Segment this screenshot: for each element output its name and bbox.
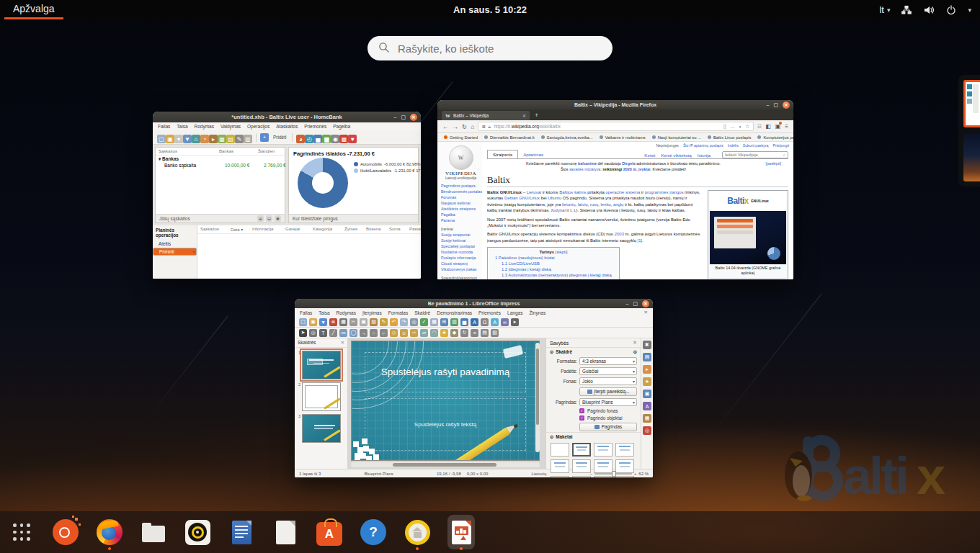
save-file-icon[interactable]: ▼ (183, 135, 192, 143)
page-actions-icon[interactable]: … (730, 124, 735, 130)
collapse-icon[interactable]: ⊙ (550, 349, 553, 354)
clone-formatting-icon[interactable]: ✎ (380, 318, 388, 326)
bookmark-item[interactable]: Dienraštis Bernardinai.lt (484, 135, 535, 140)
ledger-icon[interactable]: ▥ (244, 135, 252, 143)
user-link[interactable]: Sukurti paskyrą (743, 143, 769, 148)
orientation-select[interactable]: Gulsčiai (579, 367, 637, 375)
layout-thumbnail[interactable] (551, 459, 569, 473)
menu-item[interactable]: Rodymas (337, 310, 356, 315)
maximize-icon[interactable]: ▢ (773, 102, 778, 107)
close-icon[interactable]: ✕ (410, 114, 417, 121)
wiki-link[interactable]: savaitės iniciatyva (569, 167, 600, 171)
expand-icon[interactable]: ⊞ (257, 215, 264, 222)
insert-symbol-icon[interactable]: Ω (481, 318, 489, 326)
styles-icon[interactable]: A (643, 402, 651, 410)
layout-thumbnail[interactable] (572, 476, 591, 477)
action-history[interactable]: Istorija (698, 153, 710, 158)
wiki-link[interactable]: 2020 m. įvykiai (623, 167, 651, 171)
tab-article[interactable]: Straipsnis (487, 150, 518, 158)
chevron-down-icon[interactable]: ▾ (968, 6, 971, 14)
menu-item[interactable]: Demonstravimas (437, 310, 472, 315)
navigator-icon[interactable]: ◎ (643, 426, 651, 435)
open-file-icon[interactable]: ▣ (166, 135, 174, 143)
sidebar-link[interactable]: Naujausi keitimai (441, 200, 481, 206)
layout-thumbnail[interactable] (594, 443, 612, 457)
homebank-window[interactable]: *untitled.xhb - Baltix Live user - HomeB… (153, 112, 421, 279)
select-icon[interactable]: ➤ (299, 329, 307, 337)
maximize-icon[interactable]: ▢ (401, 114, 406, 120)
sidebar-link[interactable]: Nuolatinė nuoroda (441, 249, 481, 255)
menu-item[interactable]: Failas (158, 124, 170, 129)
browser-tab[interactable]: W Baltix – Vikipedija ✕ (442, 111, 530, 120)
archive-icon[interactable]: ▦ (218, 135, 226, 143)
layout-thumbnail[interactable] (615, 443, 634, 457)
homebank-titlebar[interactable]: *untitled.xhb - Baltix Live user - HomeB… (153, 112, 421, 122)
start-slideshow-icon[interactable]: ▸ (511, 318, 519, 326)
insert-line-icon[interactable]: ╱ (329, 329, 337, 337)
bookmark-item[interactable]: Saviugda,šeima,sveika... (541, 135, 593, 140)
wiki-link[interactable]: operacinė sistema (605, 190, 640, 194)
user-link[interactable]: Šio IP aptarimų puslapis (683, 143, 723, 148)
layout-thumbnail[interactable] (615, 476, 634, 477)
export-pdf-icon[interactable]: ≣ (329, 318, 337, 326)
wiki-link[interactable]: lietuvių (562, 202, 575, 207)
menu-item[interactable]: Skaidrė (414, 310, 430, 315)
bookmark-item[interactable]: Nauji kompiuteriai su ... (652, 135, 701, 140)
redo-icon[interactable]: ↷ (400, 318, 408, 326)
display-grid-icon[interactable]: ▦ (430, 318, 438, 326)
callouts-icon[interactable]: ◠ (430, 329, 438, 337)
menu-hamburger-icon[interactable]: ≡ (785, 123, 788, 130)
library-icon[interactable]: ⌸ (757, 123, 761, 130)
block-arrows-icon[interactable]: ⇨ (410, 329, 418, 337)
layout-thumbnail[interactable] (572, 443, 591, 457)
new-icon[interactable]: ▢ (299, 318, 307, 326)
close-icon[interactable]: ✕ (341, 340, 344, 346)
column-header[interactable]: Suma (389, 227, 409, 232)
home-icon[interactable]: ⌂ (471, 123, 474, 130)
extension-icon[interactable]: ▣ (775, 123, 781, 130)
wiki-link[interactable]: Lietuvai (527, 190, 541, 194)
network-icon[interactable] (901, 4, 912, 16)
layout-thumbnail[interactable] (594, 476, 612, 477)
arrange-icon[interactable]: ▤ (481, 329, 489, 337)
search-icon[interactable]: ⌕ (783, 153, 785, 158)
anniversary-icon[interactable]: ▦ (339, 135, 348, 143)
zoom-pan-icon[interactable]: ◎ (309, 329, 317, 337)
master-background-label[interactable]: Pagrindo fonas (587, 408, 618, 413)
shadow-icon[interactable]: ▧ (491, 329, 499, 337)
zoom-in-icon[interactable]: + (634, 472, 637, 476)
dock-item-writer[interactable] (228, 514, 255, 550)
activities-button[interactable]: Apžvalga (4, 0, 63, 19)
payees-icon[interactable]: ◔ (200, 135, 209, 143)
menu-item[interactable]: Priemonės (478, 310, 501, 315)
maximize-icon[interactable]: ▢ (633, 301, 638, 306)
workspace-switcher[interactable] (958, 75, 980, 186)
insert-image-icon[interactable]: ▥ (450, 318, 458, 326)
url-bar[interactable]: ◙ 🔒︎ https://lt.wikipedia.org/wiki/Balti… (478, 122, 754, 131)
spelling-icon[interactable]: ✓ (420, 318, 428, 326)
curve-icon[interactable]: ~ (370, 329, 378, 337)
vehicle-cost-icon[interactable]: ◉ (331, 135, 339, 143)
align-icon[interactable]: ≡ (471, 329, 478, 337)
sidebar-link[interactable]: Puslapio informacija (441, 255, 481, 261)
menu-item[interactable]: Langas (507, 310, 522, 315)
layout-thumbnail[interactable] (615, 459, 634, 473)
vertical-scrollbar[interactable] (535, 343, 540, 452)
lines-arrows-icon[interactable]: → (360, 329, 368, 337)
flowchart-icon[interactable]: ▱ (420, 329, 428, 337)
wiki-link[interactable]: Dirgela (622, 161, 635, 166)
accounts-icon[interactable]: ⌂ (192, 135, 200, 143)
firefox-titlebar[interactable]: Baltix – Vikipedija - Mozilla Firefox ‒▢… (437, 100, 793, 109)
dock-item-rhythmbox[interactable] (184, 514, 211, 550)
wiki-link[interactable]: anglų (613, 202, 623, 207)
clock[interactable]: An saus. 5 10:22 (453, 4, 527, 15)
background-select[interactable]: Jokio (579, 377, 637, 385)
fontwork-icon[interactable]: A (491, 318, 499, 326)
menu-item[interactable]: Taisa (318, 310, 329, 315)
sidebar-link[interactable]: Pagalba (441, 212, 481, 217)
layout-thumbnail[interactable] (551, 443, 569, 457)
column-header[interactable]: Bankas (219, 149, 258, 153)
sidebar-link[interactable]: Atsitiktinis straipsnis (441, 206, 481, 212)
zoom-slider[interactable] (594, 473, 632, 475)
sidebar-link[interactable]: Susiję straipsniai (441, 232, 481, 238)
